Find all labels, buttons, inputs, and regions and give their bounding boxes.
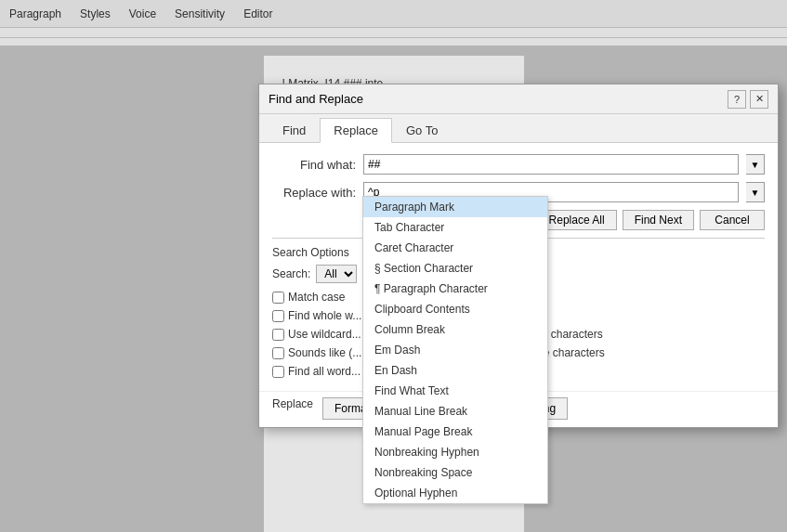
replace-label: Replace with: (272, 186, 356, 200)
menu-item-column-break[interactable]: Column Break (363, 319, 547, 340)
cancel-button[interactable]: Cancel (700, 210, 765, 230)
menu-item-tab-character[interactable]: Tab Character (363, 217, 547, 238)
menu-item-paragraph-mark[interactable]: Paragraph Mark (363, 197, 547, 217)
menu-item-section-character[interactable]: § Section Character (363, 258, 547, 279)
dialog-title: Find and Replace (269, 92, 363, 106)
special-dropdown-menu: Paragraph Mark Tab Character Caret Chara… (362, 196, 548, 504)
find-whole-label: Find whole w... (288, 309, 361, 322)
replace-dropdown-btn[interactable]: ▼ (746, 182, 765, 202)
dialog-close-button[interactable]: ✕ (750, 90, 768, 109)
find-dropdown-btn[interactable]: ▼ (746, 154, 765, 175)
tab-replace[interactable]: Replace (320, 118, 392, 143)
find-label: Find what: (272, 158, 356, 172)
tab-find[interactable]: Find (269, 118, 320, 142)
sounds-like-label: Sounds like (... (288, 346, 361, 359)
menu-item-nonbreaking-space[interactable]: Nonbreaking Space (363, 462, 547, 483)
match-case-checkbox[interactable] (272, 292, 284, 304)
sounds-like-checkbox[interactable] (272, 347, 284, 359)
wildcard-label: Use wildcard... (288, 328, 361, 341)
find-all-checkbox[interactable] (272, 366, 284, 378)
dialog-help-button[interactable]: ? (728, 90, 746, 109)
search-select[interactable]: All (316, 265, 357, 283)
search-label: Search: (272, 267, 310, 280)
replace-section-title: Replace (272, 397, 313, 420)
find-input[interactable] (363, 154, 739, 175)
find-next-button[interactable]: Find Next (623, 210, 694, 230)
menu-item-en-dash[interactable]: En Dash (363, 360, 547, 381)
replace-all-button[interactable]: Replace All (537, 210, 617, 230)
dialog-titlebar: Find and Replace ? ✕ (259, 84, 778, 114)
menu-item-clipboard[interactable]: Clipboard Contents (363, 299, 547, 319)
menu-item-em-dash[interactable]: Em Dash (363, 340, 547, 360)
menu-item-find-what-text[interactable]: Find What Text (363, 381, 547, 401)
wildcard-checkbox[interactable] (272, 329, 284, 341)
find-all-label: Find all word... (288, 365, 361, 378)
dialog-controls: ? ✕ (728, 90, 768, 109)
menu-item-paragraph-character[interactable]: ¶ Paragraph Character (363, 279, 547, 299)
dialog-tabs: Find Replace Go To (259, 114, 778, 143)
find-row: Find what: ▼ (272, 154, 765, 175)
find-whole-checkbox[interactable] (272, 310, 284, 322)
menu-item-manual-page-break[interactable]: Manual Page Break (363, 422, 547, 442)
menu-item-optional-hyphen[interactable]: Optional Hyphen (363, 483, 547, 503)
match-case-label: Match case (288, 291, 345, 304)
menu-item-nonbreaking-hyphen[interactable]: Nonbreaking Hyphen (363, 442, 547, 462)
menu-item-manual-line-break[interactable]: Manual Line Break (363, 401, 547, 422)
tab-goto[interactable]: Go To (392, 118, 452, 142)
menu-item-caret-character[interactable]: Caret Character (363, 238, 547, 258)
